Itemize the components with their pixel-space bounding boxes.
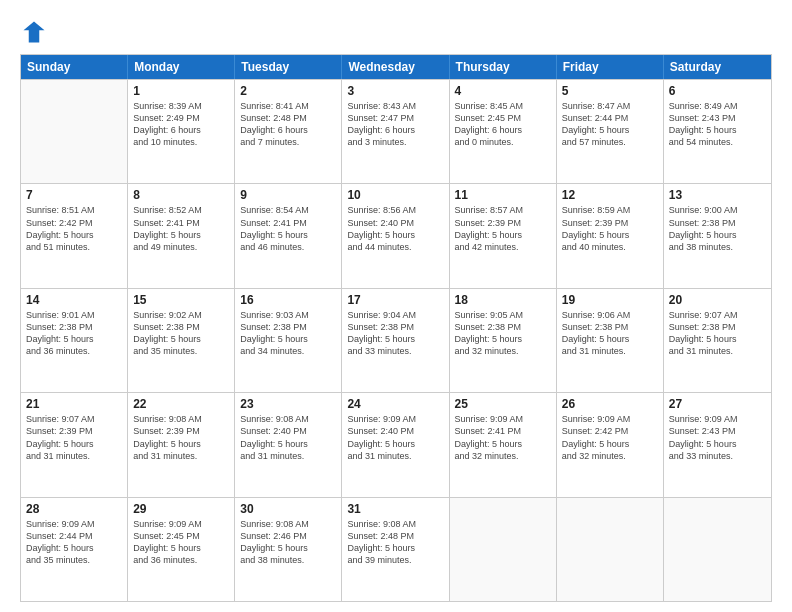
calendar-cell: 31Sunrise: 9:08 AM Sunset: 2:48 PM Dayli… <box>342 498 449 601</box>
calendar-cell: 14Sunrise: 9:01 AM Sunset: 2:38 PM Dayli… <box>21 289 128 392</box>
day-number: 4 <box>455 84 551 98</box>
day-info: Sunrise: 9:07 AM Sunset: 2:39 PM Dayligh… <box>26 413 122 462</box>
calendar-cell: 2Sunrise: 8:41 AM Sunset: 2:48 PM Daylig… <box>235 80 342 183</box>
calendar-cell: 20Sunrise: 9:07 AM Sunset: 2:38 PM Dayli… <box>664 289 771 392</box>
calendar-cell: 30Sunrise: 9:08 AM Sunset: 2:46 PM Dayli… <box>235 498 342 601</box>
day-number: 15 <box>133 293 229 307</box>
logo <box>20 18 52 46</box>
calendar-day-header: Wednesday <box>342 55 449 79</box>
day-number: 18 <box>455 293 551 307</box>
day-info: Sunrise: 9:08 AM Sunset: 2:46 PM Dayligh… <box>240 518 336 567</box>
day-number: 7 <box>26 188 122 202</box>
day-number: 16 <box>240 293 336 307</box>
calendar: SundayMondayTuesdayWednesdayThursdayFrid… <box>20 54 772 602</box>
day-info: Sunrise: 9:06 AM Sunset: 2:38 PM Dayligh… <box>562 309 658 358</box>
day-number: 2 <box>240 84 336 98</box>
day-info: Sunrise: 9:00 AM Sunset: 2:38 PM Dayligh… <box>669 204 766 253</box>
calendar-cell: 22Sunrise: 9:08 AM Sunset: 2:39 PM Dayli… <box>128 393 235 496</box>
day-number: 5 <box>562 84 658 98</box>
calendar-week: 14Sunrise: 9:01 AM Sunset: 2:38 PM Dayli… <box>21 288 771 392</box>
calendar-week: 1Sunrise: 8:39 AM Sunset: 2:49 PM Daylig… <box>21 79 771 183</box>
calendar-cell: 24Sunrise: 9:09 AM Sunset: 2:40 PM Dayli… <box>342 393 449 496</box>
day-number: 1 <box>133 84 229 98</box>
calendar-cell: 7Sunrise: 8:51 AM Sunset: 2:42 PM Daylig… <box>21 184 128 287</box>
calendar-cell <box>21 80 128 183</box>
calendar-day-header: Saturday <box>664 55 771 79</box>
day-info: Sunrise: 9:09 AM Sunset: 2:43 PM Dayligh… <box>669 413 766 462</box>
calendar-cell: 29Sunrise: 9:09 AM Sunset: 2:45 PM Dayli… <box>128 498 235 601</box>
header <box>20 18 772 46</box>
day-info: Sunrise: 9:05 AM Sunset: 2:38 PM Dayligh… <box>455 309 551 358</box>
day-number: 27 <box>669 397 766 411</box>
calendar-day-header: Thursday <box>450 55 557 79</box>
calendar-cell: 13Sunrise: 9:00 AM Sunset: 2:38 PM Dayli… <box>664 184 771 287</box>
day-number: 3 <box>347 84 443 98</box>
calendar-cell: 16Sunrise: 9:03 AM Sunset: 2:38 PM Dayli… <box>235 289 342 392</box>
day-info: Sunrise: 9:09 AM Sunset: 2:42 PM Dayligh… <box>562 413 658 462</box>
day-info: Sunrise: 9:09 AM Sunset: 2:41 PM Dayligh… <box>455 413 551 462</box>
day-info: Sunrise: 9:02 AM Sunset: 2:38 PM Dayligh… <box>133 309 229 358</box>
calendar-cell: 3Sunrise: 8:43 AM Sunset: 2:47 PM Daylig… <box>342 80 449 183</box>
day-info: Sunrise: 8:49 AM Sunset: 2:43 PM Dayligh… <box>669 100 766 149</box>
day-info: Sunrise: 8:51 AM Sunset: 2:42 PM Dayligh… <box>26 204 122 253</box>
day-info: Sunrise: 9:08 AM Sunset: 2:39 PM Dayligh… <box>133 413 229 462</box>
calendar-cell: 1Sunrise: 8:39 AM Sunset: 2:49 PM Daylig… <box>128 80 235 183</box>
day-info: Sunrise: 9:01 AM Sunset: 2:38 PM Dayligh… <box>26 309 122 358</box>
calendar-week: 7Sunrise: 8:51 AM Sunset: 2:42 PM Daylig… <box>21 183 771 287</box>
day-info: Sunrise: 8:41 AM Sunset: 2:48 PM Dayligh… <box>240 100 336 149</box>
day-info: Sunrise: 9:04 AM Sunset: 2:38 PM Dayligh… <box>347 309 443 358</box>
calendar-cell: 10Sunrise: 8:56 AM Sunset: 2:40 PM Dayli… <box>342 184 449 287</box>
calendar-cell: 28Sunrise: 9:09 AM Sunset: 2:44 PM Dayli… <box>21 498 128 601</box>
calendar-cell: 21Sunrise: 9:07 AM Sunset: 2:39 PM Dayli… <box>21 393 128 496</box>
day-info: Sunrise: 8:43 AM Sunset: 2:47 PM Dayligh… <box>347 100 443 149</box>
day-number: 13 <box>669 188 766 202</box>
day-info: Sunrise: 8:54 AM Sunset: 2:41 PM Dayligh… <box>240 204 336 253</box>
day-number: 28 <box>26 502 122 516</box>
calendar-day-header: Monday <box>128 55 235 79</box>
day-number: 24 <box>347 397 443 411</box>
calendar-header: SundayMondayTuesdayWednesdayThursdayFrid… <box>21 55 771 79</box>
day-number: 29 <box>133 502 229 516</box>
calendar-body: 1Sunrise: 8:39 AM Sunset: 2:49 PM Daylig… <box>21 79 771 601</box>
day-number: 21 <box>26 397 122 411</box>
calendar-week: 21Sunrise: 9:07 AM Sunset: 2:39 PM Dayli… <box>21 392 771 496</box>
calendar-cell: 15Sunrise: 9:02 AM Sunset: 2:38 PM Dayli… <box>128 289 235 392</box>
day-number: 17 <box>347 293 443 307</box>
day-info: Sunrise: 9:09 AM Sunset: 2:45 PM Dayligh… <box>133 518 229 567</box>
day-info: Sunrise: 9:08 AM Sunset: 2:48 PM Dayligh… <box>347 518 443 567</box>
day-number: 11 <box>455 188 551 202</box>
day-number: 10 <box>347 188 443 202</box>
page: SundayMondayTuesdayWednesdayThursdayFrid… <box>0 0 792 612</box>
logo-icon <box>20 18 48 46</box>
day-info: Sunrise: 9:08 AM Sunset: 2:40 PM Dayligh… <box>240 413 336 462</box>
calendar-day-header: Tuesday <box>235 55 342 79</box>
day-number: 19 <box>562 293 658 307</box>
day-number: 20 <box>669 293 766 307</box>
calendar-cell <box>664 498 771 601</box>
day-number: 25 <box>455 397 551 411</box>
day-number: 12 <box>562 188 658 202</box>
day-info: Sunrise: 9:09 AM Sunset: 2:44 PM Dayligh… <box>26 518 122 567</box>
calendar-cell: 5Sunrise: 8:47 AM Sunset: 2:44 PM Daylig… <box>557 80 664 183</box>
day-number: 14 <box>26 293 122 307</box>
day-number: 31 <box>347 502 443 516</box>
day-info: Sunrise: 8:52 AM Sunset: 2:41 PM Dayligh… <box>133 204 229 253</box>
day-info: Sunrise: 8:57 AM Sunset: 2:39 PM Dayligh… <box>455 204 551 253</box>
calendar-cell: 26Sunrise: 9:09 AM Sunset: 2:42 PM Dayli… <box>557 393 664 496</box>
day-info: Sunrise: 8:56 AM Sunset: 2:40 PM Dayligh… <box>347 204 443 253</box>
calendar-cell: 17Sunrise: 9:04 AM Sunset: 2:38 PM Dayli… <box>342 289 449 392</box>
day-number: 26 <box>562 397 658 411</box>
calendar-cell: 4Sunrise: 8:45 AM Sunset: 2:45 PM Daylig… <box>450 80 557 183</box>
calendar-cell: 12Sunrise: 8:59 AM Sunset: 2:39 PM Dayli… <box>557 184 664 287</box>
calendar-cell: 27Sunrise: 9:09 AM Sunset: 2:43 PM Dayli… <box>664 393 771 496</box>
calendar-cell <box>450 498 557 601</box>
calendar-cell <box>557 498 664 601</box>
calendar-day-header: Sunday <box>21 55 128 79</box>
calendar-cell: 18Sunrise: 9:05 AM Sunset: 2:38 PM Dayli… <box>450 289 557 392</box>
day-number: 8 <box>133 188 229 202</box>
calendar-cell: 11Sunrise: 8:57 AM Sunset: 2:39 PM Dayli… <box>450 184 557 287</box>
calendar-cell: 23Sunrise: 9:08 AM Sunset: 2:40 PM Dayli… <box>235 393 342 496</box>
day-number: 30 <box>240 502 336 516</box>
calendar-cell: 6Sunrise: 8:49 AM Sunset: 2:43 PM Daylig… <box>664 80 771 183</box>
day-number: 22 <box>133 397 229 411</box>
